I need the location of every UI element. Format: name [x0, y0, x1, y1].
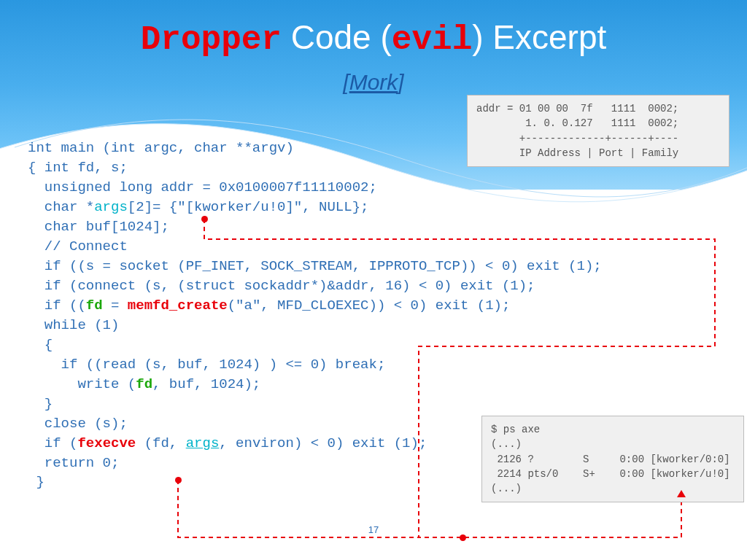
- mork-link[interactable]: Mork: [349, 70, 398, 94]
- arrowhead-icon: [677, 490, 686, 497]
- fd-write: fd: [136, 376, 152, 392]
- fexecve: fexecve: [77, 435, 136, 451]
- page-number: 17: [0, 524, 747, 535]
- code-block: int main (int argc, char **argv) { int f…: [28, 139, 560, 492]
- callout-addr: addr = 01 00 00 7f 1111 0002; 1. 0. 0.12…: [467, 95, 729, 167]
- slide-title: Dropper Code (evil) Excerpt: [0, 18, 747, 59]
- line-dot-args: [175, 477, 182, 483]
- args-use: args: [186, 435, 220, 451]
- slide-subtitle: [Mork]: [0, 70, 747, 95]
- title-word-dropper: Dropper: [141, 21, 282, 59]
- line-dot-start: [201, 216, 208, 222]
- line-dot-corner: [460, 534, 466, 541]
- memfd-create: memfd_create: [128, 298, 228, 314]
- callout-ps: $ ps axe (...) 2126 ? S 0:00 [kworker/0:…: [481, 416, 744, 502]
- args-decl: args: [94, 199, 128, 215]
- fd-assign: fd: [86, 298, 103, 314]
- title-word-evil: evil: [392, 21, 472, 59]
